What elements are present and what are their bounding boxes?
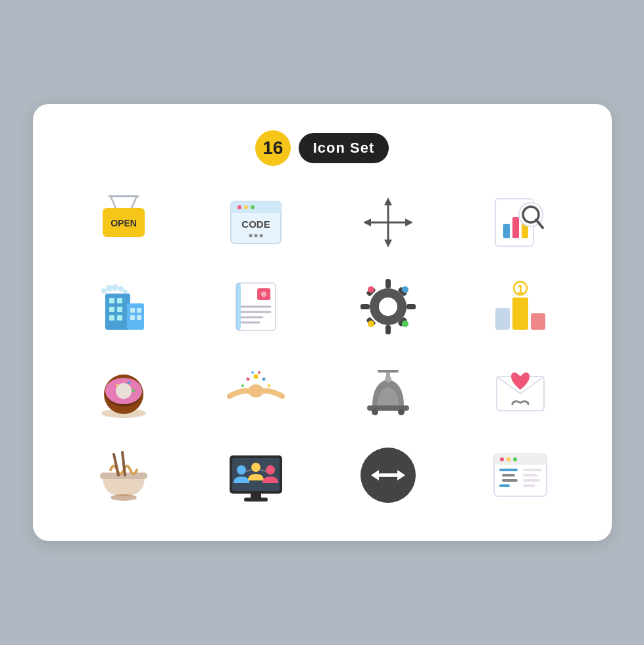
svg-point-46 bbox=[123, 290, 128, 294]
header: 16 Icon Set bbox=[66, 130, 579, 166]
svg-point-12 bbox=[249, 234, 253, 238]
svg-rect-32 bbox=[117, 298, 122, 303]
svg-rect-34 bbox=[117, 307, 122, 312]
svg-point-107 bbox=[237, 465, 246, 475]
svg-point-43 bbox=[106, 285, 112, 292]
svg-point-109 bbox=[266, 465, 275, 475]
svg-rect-31 bbox=[109, 298, 114, 303]
svg-point-90 bbox=[258, 371, 260, 374]
icon-swap-arrows bbox=[330, 442, 447, 508]
svg-point-8 bbox=[237, 205, 241, 209]
icons-grid: OPEN CODE bbox=[66, 190, 579, 508]
svg-point-82 bbox=[116, 383, 132, 399]
svg-rect-54 bbox=[236, 283, 241, 330]
svg-point-122 bbox=[513, 457, 517, 461]
icon-count-badge: 16 bbox=[255, 130, 291, 166]
svg-point-121 bbox=[507, 457, 510, 461]
svg-marker-18 bbox=[384, 240, 392, 247]
svg-point-66 bbox=[402, 286, 409, 293]
svg-point-120 bbox=[500, 457, 504, 461]
svg-marker-20 bbox=[363, 219, 371, 226]
svg-point-68 bbox=[402, 321, 409, 327]
icon-open-sign: OPEN bbox=[66, 190, 182, 255]
icon-set-card: 16 Icon Set OPEN bbox=[33, 104, 612, 541]
svg-rect-128 bbox=[523, 474, 537, 477]
svg-point-84 bbox=[254, 374, 259, 379]
svg-rect-70 bbox=[512, 297, 528, 330]
icon-ranking-chart: 1 bbox=[462, 274, 579, 340]
svg-point-86 bbox=[262, 378, 266, 381]
svg-point-9 bbox=[244, 205, 248, 209]
svg-point-85 bbox=[247, 378, 250, 381]
icon-love-mail bbox=[462, 358, 579, 424]
svg-line-1 bbox=[132, 196, 137, 208]
svg-rect-39 bbox=[137, 308, 141, 313]
svg-marker-22 bbox=[405, 219, 413, 226]
svg-point-44 bbox=[112, 284, 118, 291]
icon-browser-code bbox=[462, 442, 579, 508]
svg-rect-129 bbox=[523, 479, 540, 482]
icon-move-arrows bbox=[330, 190, 447, 255]
svg-point-10 bbox=[251, 205, 255, 209]
svg-rect-37 bbox=[127, 303, 144, 330]
svg-point-89 bbox=[251, 371, 254, 374]
svg-point-14 bbox=[260, 234, 263, 238]
svg-point-87 bbox=[241, 384, 244, 387]
svg-point-96 bbox=[398, 409, 405, 415]
svg-rect-124 bbox=[502, 474, 515, 477]
icon-code-window: CODE bbox=[198, 190, 314, 255]
icon-document bbox=[198, 274, 314, 340]
svg-rect-56 bbox=[385, 325, 391, 334]
svg-marker-16 bbox=[384, 197, 392, 205]
svg-point-65 bbox=[368, 286, 374, 293]
icon-set-label: Icon Set bbox=[299, 133, 389, 163]
svg-rect-25 bbox=[512, 217, 519, 238]
svg-point-88 bbox=[268, 384, 270, 387]
svg-point-13 bbox=[255, 234, 258, 238]
icon-handshake bbox=[198, 358, 314, 424]
svg-rect-126 bbox=[499, 484, 510, 487]
icon-building bbox=[66, 274, 182, 340]
svg-rect-58 bbox=[407, 304, 416, 309]
svg-rect-123 bbox=[499, 469, 518, 471]
svg-rect-130 bbox=[523, 484, 535, 487]
svg-text:CODE: CODE bbox=[241, 219, 270, 230]
svg-rect-69 bbox=[495, 308, 510, 330]
svg-rect-71 bbox=[531, 313, 545, 330]
svg-point-102 bbox=[111, 494, 137, 501]
svg-point-64 bbox=[379, 297, 397, 316]
svg-point-49 bbox=[261, 292, 266, 297]
svg-point-67 bbox=[368, 321, 374, 327]
svg-point-83 bbox=[248, 384, 264, 398]
svg-rect-106 bbox=[244, 498, 268, 502]
svg-rect-40 bbox=[130, 315, 135, 320]
svg-rect-57 bbox=[360, 304, 370, 309]
svg-line-0 bbox=[111, 196, 116, 208]
svg-rect-55 bbox=[385, 279, 391, 288]
svg-rect-92 bbox=[386, 371, 390, 380]
svg-point-95 bbox=[372, 409, 378, 415]
svg-rect-24 bbox=[503, 224, 510, 238]
icon-report-search bbox=[462, 190, 579, 255]
icon-settings-gear bbox=[330, 274, 447, 340]
svg-rect-38 bbox=[130, 308, 135, 313]
svg-rect-41 bbox=[137, 315, 141, 320]
svg-point-42 bbox=[101, 288, 107, 294]
svg-rect-127 bbox=[523, 469, 541, 471]
icon-noodle-bowl bbox=[66, 442, 182, 508]
svg-line-100 bbox=[114, 454, 118, 475]
svg-rect-35 bbox=[109, 315, 114, 321]
icon-online-team bbox=[198, 442, 314, 508]
svg-rect-33 bbox=[109, 307, 114, 312]
svg-rect-36 bbox=[117, 315, 122, 321]
icon-donut bbox=[66, 358, 182, 424]
svg-point-108 bbox=[251, 463, 260, 472]
icon-luggage-bell bbox=[330, 358, 447, 424]
svg-rect-125 bbox=[502, 479, 518, 482]
svg-text:OPEN: OPEN bbox=[111, 218, 137, 228]
